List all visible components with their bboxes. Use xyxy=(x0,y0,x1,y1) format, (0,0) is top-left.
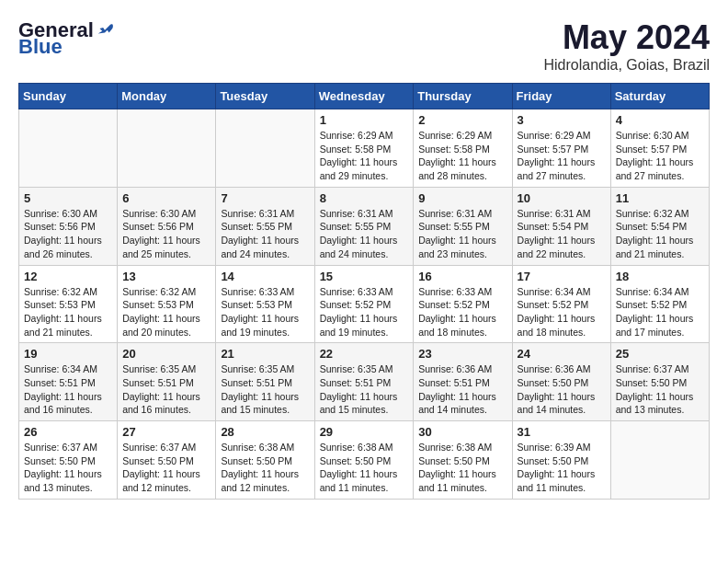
calendar-cell: 4Sunrise: 6:30 AM Sunset: 5:57 PM Daylig… xyxy=(610,109,709,188)
day-number: 8 xyxy=(320,191,409,205)
weekday-header-wednesday: Wednesday xyxy=(314,84,414,109)
day-info: Sunrise: 6:31 AM Sunset: 5:55 PM Dayligh… xyxy=(221,207,309,261)
day-info: Sunrise: 6:31 AM Sunset: 5:55 PM Dayligh… xyxy=(320,207,409,261)
day-info: Sunrise: 6:36 AM Sunset: 5:51 PM Dayligh… xyxy=(418,362,506,417)
calendar-cell xyxy=(216,109,314,188)
calendar-week-1: 1Sunrise: 6:29 AM Sunset: 5:58 PM Daylig… xyxy=(19,109,710,188)
day-info: Sunrise: 6:30 AM Sunset: 5:57 PM Dayligh… xyxy=(616,129,704,183)
logo: General Blue xyxy=(18,18,115,59)
day-number: 31 xyxy=(518,425,606,439)
calendar-cell: 18Sunrise: 6:34 AM Sunset: 5:52 PM Dayli… xyxy=(610,265,709,343)
day-info: Sunrise: 6:30 AM Sunset: 5:56 PM Dayligh… xyxy=(122,207,210,261)
day-info: Sunrise: 6:29 AM Sunset: 5:58 PM Dayligh… xyxy=(320,129,409,183)
day-number: 17 xyxy=(518,270,606,283)
calendar-week-5: 26Sunrise: 6:37 AM Sunset: 5:50 PM Dayli… xyxy=(19,421,710,500)
day-info: Sunrise: 6:37 AM Sunset: 5:50 PM Dayligh… xyxy=(122,441,210,495)
day-number: 23 xyxy=(418,347,506,361)
day-info: Sunrise: 6:38 AM Sunset: 5:50 PM Dayligh… xyxy=(320,441,409,495)
calendar-cell xyxy=(19,109,118,188)
calendar-cell: 23Sunrise: 6:36 AM Sunset: 5:51 PM Dayli… xyxy=(414,343,512,421)
calendar-cell: 20Sunrise: 6:35 AM Sunset: 5:51 PM Dayli… xyxy=(118,343,216,421)
calendar-week-2: 5Sunrise: 6:30 AM Sunset: 5:56 PM Daylig… xyxy=(19,187,710,265)
day-info: Sunrise: 6:35 AM Sunset: 5:51 PM Dayligh… xyxy=(320,362,409,417)
calendar-table: SundayMondayTuesdayWednesdayThursdayFrid… xyxy=(18,83,710,500)
day-number: 29 xyxy=(320,425,409,439)
day-number: 15 xyxy=(320,270,409,283)
calendar-cell: 5Sunrise: 6:30 AM Sunset: 5:56 PM Daylig… xyxy=(19,187,118,265)
calendar-cell: 19Sunrise: 6:34 AM Sunset: 5:51 PM Dayli… xyxy=(19,343,118,421)
calendar-cell: 1Sunrise: 6:29 AM Sunset: 5:58 PM Daylig… xyxy=(314,109,414,188)
day-info: Sunrise: 6:32 AM Sunset: 5:54 PM Dayligh… xyxy=(616,207,704,261)
day-number: 27 xyxy=(122,425,210,439)
day-number: 2 xyxy=(418,113,506,127)
day-number: 19 xyxy=(24,347,112,361)
day-info: Sunrise: 6:33 AM Sunset: 5:53 PM Dayligh… xyxy=(221,285,309,339)
day-number: 30 xyxy=(418,425,506,439)
calendar-cell xyxy=(610,421,709,500)
day-info: Sunrise: 6:29 AM Sunset: 5:58 PM Dayligh… xyxy=(418,129,506,183)
calendar-cell: 28Sunrise: 6:38 AM Sunset: 5:50 PM Dayli… xyxy=(216,421,314,500)
calendar-cell: 31Sunrise: 6:39 AM Sunset: 5:50 PM Dayli… xyxy=(512,421,610,500)
day-number: 6 xyxy=(122,191,210,205)
day-number: 26 xyxy=(24,425,112,439)
page-header: General Blue May 2024 Hidrolandia, Goias… xyxy=(18,18,710,74)
calendar-cell: 2Sunrise: 6:29 AM Sunset: 5:58 PM Daylig… xyxy=(414,109,512,188)
day-info: Sunrise: 6:34 AM Sunset: 5:51 PM Dayligh… xyxy=(24,362,112,417)
day-number: 22 xyxy=(320,347,409,361)
month-title: May 2024 xyxy=(543,18,710,57)
day-info: Sunrise: 6:35 AM Sunset: 5:51 PM Dayligh… xyxy=(221,362,309,417)
day-number: 11 xyxy=(616,191,704,205)
calendar-cell: 16Sunrise: 6:33 AM Sunset: 5:52 PM Dayli… xyxy=(414,265,512,343)
calendar-week-4: 19Sunrise: 6:34 AM Sunset: 5:51 PM Dayli… xyxy=(19,343,710,421)
day-number: 20 xyxy=(122,347,210,361)
logo-blue-text: Blue xyxy=(18,35,63,59)
calendar-cell: 13Sunrise: 6:32 AM Sunset: 5:53 PM Dayli… xyxy=(118,265,216,343)
calendar-cell: 6Sunrise: 6:30 AM Sunset: 5:56 PM Daylig… xyxy=(118,187,216,265)
day-info: Sunrise: 6:29 AM Sunset: 5:57 PM Dayligh… xyxy=(518,129,606,183)
day-number: 18 xyxy=(616,270,704,283)
day-number: 1 xyxy=(320,113,409,127)
calendar-cell: 21Sunrise: 6:35 AM Sunset: 5:51 PM Dayli… xyxy=(216,343,314,421)
day-info: Sunrise: 6:38 AM Sunset: 5:50 PM Dayligh… xyxy=(418,441,506,495)
calendar-cell: 22Sunrise: 6:35 AM Sunset: 5:51 PM Dayli… xyxy=(314,343,414,421)
day-number: 14 xyxy=(221,270,309,283)
day-info: Sunrise: 6:34 AM Sunset: 5:52 PM Dayligh… xyxy=(518,285,606,339)
calendar-cell: 24Sunrise: 6:36 AM Sunset: 5:50 PM Dayli… xyxy=(512,343,610,421)
weekday-header-friday: Friday xyxy=(512,84,610,109)
day-info: Sunrise: 6:30 AM Sunset: 5:56 PM Dayligh… xyxy=(24,207,112,261)
weekday-header-monday: Monday xyxy=(118,84,216,109)
calendar-cell: 17Sunrise: 6:34 AM Sunset: 5:52 PM Dayli… xyxy=(512,265,610,343)
day-number: 4 xyxy=(616,113,704,127)
day-info: Sunrise: 6:32 AM Sunset: 5:53 PM Dayligh… xyxy=(24,285,112,339)
calendar-cell xyxy=(118,109,216,188)
day-info: Sunrise: 6:34 AM Sunset: 5:52 PM Dayligh… xyxy=(616,285,704,339)
weekday-header-row: SundayMondayTuesdayWednesdayThursdayFrid… xyxy=(19,84,710,109)
calendar-cell: 11Sunrise: 6:32 AM Sunset: 5:54 PM Dayli… xyxy=(610,187,709,265)
calendar-cell: 25Sunrise: 6:37 AM Sunset: 5:50 PM Dayli… xyxy=(610,343,709,421)
day-info: Sunrise: 6:36 AM Sunset: 5:50 PM Dayligh… xyxy=(518,362,606,417)
calendar-cell: 27Sunrise: 6:37 AM Sunset: 5:50 PM Dayli… xyxy=(118,421,216,500)
day-number: 7 xyxy=(221,191,309,205)
calendar-cell: 12Sunrise: 6:32 AM Sunset: 5:53 PM Dayli… xyxy=(19,265,118,343)
calendar-cell: 3Sunrise: 6:29 AM Sunset: 5:57 PM Daylig… xyxy=(512,109,610,188)
calendar-cell: 14Sunrise: 6:33 AM Sunset: 5:53 PM Dayli… xyxy=(216,265,314,343)
calendar-cell: 29Sunrise: 6:38 AM Sunset: 5:50 PM Dayli… xyxy=(314,421,414,500)
calendar-cell: 30Sunrise: 6:38 AM Sunset: 5:50 PM Dayli… xyxy=(414,421,512,500)
logo-bird-icon xyxy=(95,17,115,38)
day-number: 24 xyxy=(518,347,606,361)
weekday-header-thursday: Thursday xyxy=(414,84,512,109)
day-info: Sunrise: 6:31 AM Sunset: 5:55 PM Dayligh… xyxy=(418,207,506,261)
calendar-cell: 26Sunrise: 6:37 AM Sunset: 5:50 PM Dayli… xyxy=(19,421,118,500)
calendar-cell: 15Sunrise: 6:33 AM Sunset: 5:52 PM Dayli… xyxy=(314,265,414,343)
calendar-cell: 9Sunrise: 6:31 AM Sunset: 5:55 PM Daylig… xyxy=(414,187,512,265)
day-number: 16 xyxy=(418,270,506,283)
title-area: May 2024 Hidrolandia, Goias, Brazil xyxy=(543,18,710,74)
day-info: Sunrise: 6:32 AM Sunset: 5:53 PM Dayligh… xyxy=(122,285,210,339)
day-info: Sunrise: 6:33 AM Sunset: 5:52 PM Dayligh… xyxy=(418,285,506,339)
day-info: Sunrise: 6:37 AM Sunset: 5:50 PM Dayligh… xyxy=(616,362,704,417)
day-number: 9 xyxy=(418,191,506,205)
day-number: 13 xyxy=(122,270,210,283)
calendar-cell: 7Sunrise: 6:31 AM Sunset: 5:55 PM Daylig… xyxy=(216,187,314,265)
day-number: 12 xyxy=(24,270,112,283)
day-info: Sunrise: 6:33 AM Sunset: 5:52 PM Dayligh… xyxy=(320,285,409,339)
